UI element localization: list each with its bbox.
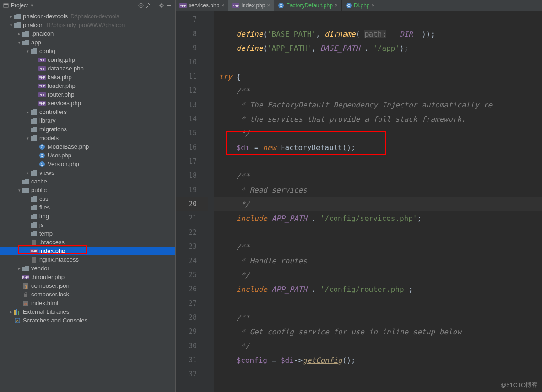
tab-factorydefault-php[interactable]: CFactoryDefault.php× bbox=[274, 0, 341, 11]
code-editor[interactable]: 7891011121314151617181920212223242526272… bbox=[176, 11, 542, 392]
tree-item-controllers[interactable]: ▸controllers bbox=[0, 107, 175, 116]
folder-icon bbox=[22, 30, 29, 38]
tree-item-label: library bbox=[39, 117, 55, 124]
code-line-24[interactable]: * Handle routes bbox=[214, 254, 542, 268]
tree-item-index-php[interactable]: PHPindex.php bbox=[0, 247, 175, 255]
tree-item-label: app bbox=[31, 39, 41, 46]
tree-item-modelbase-php[interactable]: CModelBase.php bbox=[0, 142, 175, 151]
tree-item-router-php[interactable]: PHProuter.php bbox=[0, 90, 175, 99]
code-line-7[interactable] bbox=[214, 13, 542, 27]
code-line-30[interactable]: */ bbox=[214, 339, 542, 353]
tree-arrow-icon bbox=[33, 57, 38, 63]
code-line-8[interactable]: define('BASE_PATH', dirname( path: __DIR… bbox=[214, 27, 542, 41]
tree-item-label: public bbox=[31, 187, 47, 193]
tree-item-kaka-php[interactable]: PHPkaka.php bbox=[0, 73, 175, 81]
svg-text:PHP: PHP bbox=[39, 76, 46, 79]
tree-item-js[interactable]: js bbox=[0, 220, 175, 229]
code-line-17[interactable] bbox=[214, 155, 542, 169]
tree-item-label: .phalcon bbox=[31, 30, 54, 37]
tree-arrow-icon bbox=[25, 196, 30, 202]
tree-item-composer-json[interactable]: {}composer.json bbox=[0, 281, 175, 290]
code-line-14[interactable]: * the services that provide a full stack… bbox=[214, 112, 542, 126]
code-line-23[interactable]: /** bbox=[214, 240, 542, 254]
code-line-16[interactable]: $di = new FactoryDefault(); bbox=[214, 140, 542, 155]
tree-item-img[interactable]: img bbox=[0, 212, 175, 220]
lock-icon bbox=[22, 291, 29, 298]
tree-item-loader-php[interactable]: PHPloader.php bbox=[0, 81, 175, 90]
tree-item-temp[interactable]: temp bbox=[0, 229, 175, 238]
gear-icon[interactable] bbox=[158, 2, 165, 9]
svg-text:PHP: PHP bbox=[39, 67, 46, 70]
folder-icon bbox=[14, 21, 21, 29]
tab-di-php[interactable]: CDi.php× bbox=[342, 0, 379, 11]
svg-text:PHP: PHP bbox=[22, 276, 29, 279]
tree-item-scratches-and-consoles[interactable]: Scratches and Consoles bbox=[0, 316, 175, 325]
tree-arrow-icon bbox=[25, 214, 30, 219]
tree-item-composer-lock[interactable]: composer.lock bbox=[0, 290, 175, 299]
sidebar-title: Project bbox=[11, 2, 28, 9]
code-line-12[interactable]: /** bbox=[214, 84, 542, 98]
tree-item--htaccess[interactable]: .htaccess bbox=[0, 238, 175, 247]
tab-services-php[interactable]: PHPservices.php× bbox=[176, 0, 228, 11]
code-line-32[interactable] bbox=[214, 367, 542, 381]
tree-item-views[interactable]: ▸views bbox=[0, 168, 175, 177]
code-line-20[interactable]: */ bbox=[214, 197, 542, 211]
tab-index-php[interactable]: PHPindex.php× bbox=[228, 0, 274, 11]
code-line-31[interactable]: $config = $di->getConfig(); bbox=[214, 353, 542, 367]
tree-item-phalcon-devtools[interactable]: ▸phalcon-devtoolsD:\phalcon-devtools bbox=[0, 12, 175, 21]
tree-item-migrations[interactable]: migrations bbox=[0, 125, 175, 134]
code-line-13[interactable]: * The FactoryDefault Dependency Injector… bbox=[214, 98, 542, 112]
tree-item-services-php[interactable]: PHPservices.php bbox=[0, 99, 175, 107]
code-line-10[interactable] bbox=[214, 55, 542, 70]
code-line-22[interactable] bbox=[214, 226, 542, 240]
tree-item-config[interactable]: ▾config bbox=[0, 47, 175, 55]
select-opened-file-icon[interactable] bbox=[137, 2, 145, 9]
folder-icon bbox=[30, 221, 38, 229]
tree-item-external-libraries[interactable]: ▸External Libraries bbox=[0, 307, 175, 316]
code-line-25[interactable]: */ bbox=[214, 268, 542, 282]
code-line-29[interactable]: * Get config service for use in inline s… bbox=[214, 325, 542, 339]
watermark: @51CTO博客 bbox=[500, 381, 537, 389]
tree-item-user-php[interactable]: CUser.php bbox=[0, 151, 175, 160]
code-line-19[interactable]: * Read services bbox=[214, 183, 542, 197]
code-line-21[interactable]: include APP_PATH . '/config/services.php… bbox=[214, 211, 542, 226]
tree-item-config-php[interactable]: PHPconfig.php bbox=[0, 55, 175, 64]
close-icon[interactable]: × bbox=[221, 2, 224, 9]
close-icon[interactable]: × bbox=[335, 2, 338, 9]
close-icon[interactable]: × bbox=[372, 2, 375, 9]
tree-arrow-icon bbox=[16, 301, 22, 306]
project-tree[interactable]: ▸phalcon-devtoolsD:\phalcon-devtools▾pha… bbox=[0, 11, 175, 392]
tree-item--phalcon[interactable]: ▸.phalcon bbox=[0, 29, 175, 38]
tree-arrow-icon bbox=[25, 222, 30, 228]
tree-item-index-html[interactable]: <>index.html bbox=[0, 299, 175, 307]
tree-item--htrouter-php[interactable]: PHP.htrouter.php bbox=[0, 273, 175, 281]
project-dropdown[interactable]: Project ▼ bbox=[3, 2, 34, 9]
tree-item-vendor[interactable]: ▸vendor bbox=[0, 264, 175, 273]
tree-item-version-php[interactable]: CVersion.php bbox=[0, 160, 175, 168]
code-line-26[interactable]: include APP_PATH . '/config/router.php'; bbox=[214, 282, 542, 296]
code-line-11[interactable]: try { bbox=[214, 70, 542, 84]
code-content[interactable]: define('BASE_PATH', dirname( path: __DIR… bbox=[214, 11, 542, 392]
code-line-18[interactable]: /** bbox=[214, 169, 542, 183]
hide-icon[interactable] bbox=[165, 2, 173, 9]
tree-item-label: .htrouter.php bbox=[31, 274, 65, 280]
code-line-9[interactable]: define('APP_PATH', BASE_PATH . '/app'); bbox=[214, 41, 542, 55]
tree-item-library[interactable]: library bbox=[0, 116, 175, 125]
close-icon[interactable]: × bbox=[267, 2, 270, 9]
tree-item-files[interactable]: files bbox=[0, 203, 175, 212]
tree-item-phalcon[interactable]: ▾phalconD:\phpstudy_pro\WWW\phalcon bbox=[0, 21, 175, 29]
tree-item-nginx-htaccess[interactable]: nginx.htaccess bbox=[0, 255, 175, 264]
tree-item-app[interactable]: ▾app bbox=[0, 38, 175, 47]
code-line-27[interactable] bbox=[214, 296, 542, 311]
tree-arrow-icon bbox=[33, 153, 38, 158]
php-icon: PHP bbox=[179, 2, 187, 9]
tree-item-public[interactable]: ▾public bbox=[0, 186, 175, 194]
tree-item-database-php[interactable]: PHPdatabase.php bbox=[0, 64, 175, 73]
tree-item-cache[interactable]: cache bbox=[0, 177, 175, 186]
tree-item-models[interactable]: ▾models bbox=[0, 134, 175, 142]
tree-item-css[interactable]: css bbox=[0, 194, 175, 203]
folder-icon bbox=[30, 134, 38, 142]
code-line-15[interactable]: */ bbox=[214, 126, 542, 140]
expand-all-icon[interactable] bbox=[145, 2, 152, 9]
code-line-28[interactable]: /** bbox=[214, 311, 542, 325]
